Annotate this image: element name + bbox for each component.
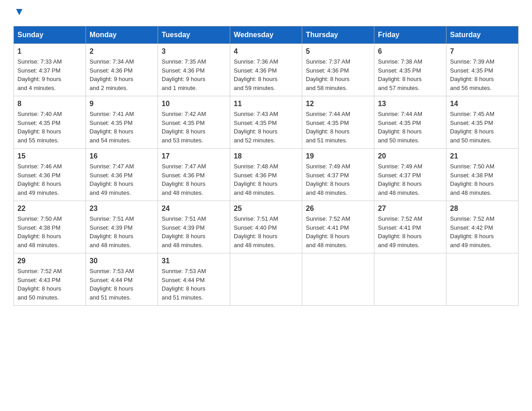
calendar-cell: 29 Sunrise: 7:52 AMSunset: 4:43 PMDaylig…	[14, 253, 86, 306]
day-number: 28	[450, 205, 515, 213]
calendar-cell: 7 Sunrise: 7:39 AMSunset: 4:35 PMDayligh…	[446, 44, 519, 96]
calendar-cell: 30 Sunrise: 7:53 AMSunset: 4:44 PMDaylig…	[86, 253, 158, 306]
day-number: 2	[90, 47, 154, 56]
calendar-cell: 31 Sunrise: 7:53 AMSunset: 4:44 PMDaylig…	[158, 253, 230, 306]
day-number: 9	[90, 100, 154, 108]
calendar-cell: 19 Sunrise: 7:49 AMSunset: 4:37 PMDaylig…	[302, 149, 374, 201]
day-info: Sunrise: 7:47 AMSunset: 4:36 PMDaylight:…	[162, 162, 226, 197]
calendar-cell: 3 Sunrise: 7:35 AMSunset: 4:36 PMDayligh…	[158, 44, 230, 96]
day-info: Sunrise: 7:52 AMSunset: 4:41 PMDaylight:…	[378, 214, 442, 249]
day-number: 26	[306, 205, 370, 213]
page-header	[13, 9, 519, 17]
calendar-cell: 24 Sunrise: 7:51 AMSunset: 4:39 PMDaylig…	[158, 201, 230, 253]
calendar-cell: 22 Sunrise: 7:50 AMSunset: 4:38 PMDaylig…	[14, 201, 86, 253]
day-of-week-header: Saturday	[446, 26, 519, 44]
day-number: 15	[17, 152, 82, 160]
day-info: Sunrise: 7:34 AMSunset: 4:36 PMDaylight:…	[90, 57, 154, 92]
calendar-cell: 25 Sunrise: 7:51 AMSunset: 4:40 PMDaylig…	[230, 201, 302, 253]
day-number: 6	[378, 47, 442, 56]
day-info: Sunrise: 7:50 AMSunset: 4:38 PMDaylight:…	[17, 214, 82, 249]
day-number: 11	[234, 100, 298, 108]
day-of-week-header: Sunday	[14, 26, 86, 44]
calendar-cell: 17 Sunrise: 7:47 AMSunset: 4:36 PMDaylig…	[158, 149, 230, 201]
day-info: Sunrise: 7:47 AMSunset: 4:36 PMDaylight:…	[90, 162, 154, 197]
day-info: Sunrise: 7:40 AMSunset: 4:35 PMDaylight:…	[17, 110, 82, 145]
calendar-cell: 9 Sunrise: 7:41 AMSunset: 4:35 PMDayligh…	[86, 96, 158, 149]
day-info: Sunrise: 7:39 AMSunset: 4:35 PMDaylight:…	[450, 57, 515, 92]
day-number: 4	[234, 47, 298, 56]
calendar-cell	[446, 253, 519, 306]
calendar-cell: 10 Sunrise: 7:42 AMSunset: 4:35 PMDaylig…	[158, 96, 230, 149]
day-of-week-header: Monday	[86, 26, 158, 44]
day-info: Sunrise: 7:37 AMSunset: 4:36 PMDaylight:…	[306, 57, 370, 92]
day-info: Sunrise: 7:42 AMSunset: 4:35 PMDaylight:…	[162, 110, 226, 145]
logo-triangle-icon	[14, 7, 24, 17]
day-info: Sunrise: 7:53 AMSunset: 4:44 PMDaylight:…	[162, 267, 226, 302]
day-info: Sunrise: 7:48 AMSunset: 4:36 PMDaylight:…	[234, 162, 298, 197]
calendar-cell: 14 Sunrise: 7:45 AMSunset: 4:35 PMDaylig…	[446, 96, 519, 149]
day-info: Sunrise: 7:44 AMSunset: 4:35 PMDaylight:…	[378, 110, 442, 145]
calendar-cell: 6 Sunrise: 7:38 AMSunset: 4:35 PMDayligh…	[374, 44, 446, 96]
calendar-cell: 4 Sunrise: 7:36 AMSunset: 4:36 PMDayligh…	[230, 44, 302, 96]
calendar-header-row: SundayMondayTuesdayWednesdayThursdayFrid…	[14, 26, 519, 44]
day-of-week-header: Thursday	[302, 26, 374, 44]
calendar-cell: 27 Sunrise: 7:52 AMSunset: 4:41 PMDaylig…	[374, 201, 446, 253]
day-number: 22	[17, 205, 82, 213]
calendar-cell	[302, 253, 374, 306]
day-number: 14	[450, 100, 515, 108]
calendar-week-row: 15 Sunrise: 7:46 AMSunset: 4:36 PMDaylig…	[14, 149, 519, 201]
calendar-week-row: 1 Sunrise: 7:33 AMSunset: 4:37 PMDayligh…	[14, 44, 519, 96]
day-number: 7	[450, 47, 515, 56]
day-number: 31	[162, 257, 226, 265]
day-number: 18	[234, 152, 298, 160]
day-number: 27	[378, 205, 442, 213]
day-info: Sunrise: 7:51 AMSunset: 4:39 PMDaylight:…	[162, 214, 226, 249]
day-number: 20	[378, 152, 442, 160]
day-number: 25	[234, 205, 298, 213]
calendar-cell: 18 Sunrise: 7:48 AMSunset: 4:36 PMDaylig…	[230, 149, 302, 201]
day-info: Sunrise: 7:38 AMSunset: 4:35 PMDaylight:…	[378, 57, 442, 92]
calendar-cell: 20 Sunrise: 7:49 AMSunset: 4:37 PMDaylig…	[374, 149, 446, 201]
day-info: Sunrise: 7:52 AMSunset: 4:42 PMDaylight:…	[450, 214, 515, 249]
calendar-cell: 11 Sunrise: 7:43 AMSunset: 4:35 PMDaylig…	[230, 96, 302, 149]
calendar-cell: 1 Sunrise: 7:33 AMSunset: 4:37 PMDayligh…	[14, 44, 86, 96]
day-of-week-header: Friday	[374, 26, 446, 44]
day-number: 1	[17, 47, 82, 56]
calendar-cell: 2 Sunrise: 7:34 AMSunset: 4:36 PMDayligh…	[86, 44, 158, 96]
calendar-cell: 15 Sunrise: 7:46 AMSunset: 4:36 PMDaylig…	[14, 149, 86, 201]
day-of-week-header: Tuesday	[158, 26, 230, 44]
day-info: Sunrise: 7:46 AMSunset: 4:36 PMDaylight:…	[17, 162, 82, 197]
calendar-cell: 21 Sunrise: 7:50 AMSunset: 4:38 PMDaylig…	[446, 149, 519, 201]
calendar-cell: 16 Sunrise: 7:47 AMSunset: 4:36 PMDaylig…	[86, 149, 158, 201]
day-number: 30	[90, 257, 154, 265]
day-number: 29	[17, 257, 82, 265]
day-number: 5	[306, 47, 370, 56]
day-info: Sunrise: 7:52 AMSunset: 4:41 PMDaylight:…	[306, 214, 370, 249]
day-number: 19	[306, 152, 370, 160]
day-number: 24	[162, 205, 226, 213]
calendar-week-row: 8 Sunrise: 7:40 AMSunset: 4:35 PMDayligh…	[14, 96, 519, 149]
calendar-week-row: 29 Sunrise: 7:52 AMSunset: 4:43 PMDaylig…	[14, 253, 519, 306]
calendar-cell	[230, 253, 302, 306]
day-number: 17	[162, 152, 226, 160]
day-info: Sunrise: 7:50 AMSunset: 4:38 PMDaylight:…	[450, 162, 515, 197]
calendar-cell: 5 Sunrise: 7:37 AMSunset: 4:36 PMDayligh…	[302, 44, 374, 96]
day-number: 16	[90, 152, 154, 160]
day-info: Sunrise: 7:45 AMSunset: 4:35 PMDaylight:…	[450, 110, 515, 145]
calendar-cell: 28 Sunrise: 7:52 AMSunset: 4:42 PMDaylig…	[446, 201, 519, 253]
calendar-week-row: 22 Sunrise: 7:50 AMSunset: 4:38 PMDaylig…	[14, 201, 519, 253]
day-info: Sunrise: 7:49 AMSunset: 4:37 PMDaylight:…	[306, 162, 370, 197]
calendar-cell: 13 Sunrise: 7:44 AMSunset: 4:35 PMDaylig…	[374, 96, 446, 149]
day-number: 12	[306, 100, 370, 108]
day-number: 21	[450, 152, 515, 160]
day-number: 13	[378, 100, 442, 108]
svg-marker-0	[16, 9, 22, 15]
day-info: Sunrise: 7:53 AMSunset: 4:44 PMDaylight:…	[90, 267, 154, 302]
day-info: Sunrise: 7:36 AMSunset: 4:36 PMDaylight:…	[234, 57, 298, 92]
day-info: Sunrise: 7:43 AMSunset: 4:35 PMDaylight:…	[234, 110, 298, 145]
day-info: Sunrise: 7:35 AMSunset: 4:36 PMDaylight:…	[162, 57, 226, 92]
day-number: 10	[162, 100, 226, 108]
calendar-table: SundayMondayTuesdayWednesdayThursdayFrid…	[13, 26, 519, 306]
day-number: 8	[17, 100, 82, 108]
day-info: Sunrise: 7:52 AMSunset: 4:43 PMDaylight:…	[17, 267, 82, 302]
